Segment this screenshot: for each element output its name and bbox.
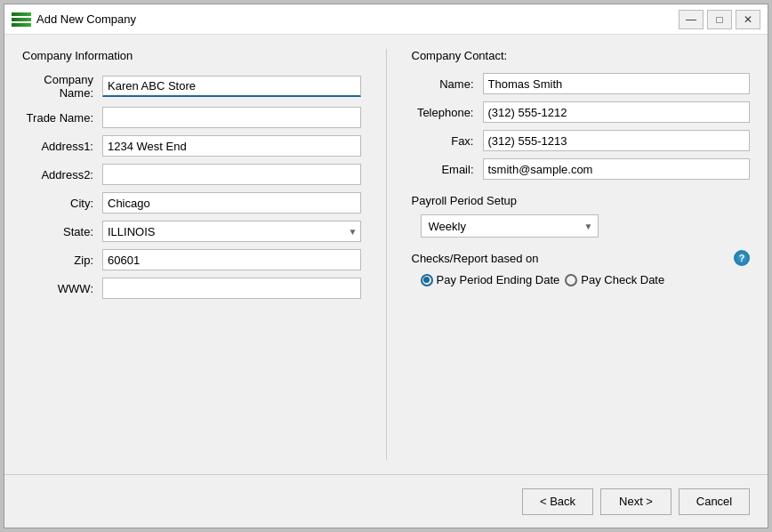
state-select[interactable]: ILLINOIS ALABAMAALASKAARIZONA ARKANSASCA… bbox=[102, 221, 361, 242]
payroll-select-row: Weekly Bi-Weekly Semi-Monthly Monthly ▼ bbox=[412, 214, 751, 238]
email-label: Email: bbox=[412, 163, 483, 176]
address1-input[interactable] bbox=[102, 135, 361, 157]
city-input[interactable] bbox=[102, 192, 361, 214]
fax-label: Fax: bbox=[412, 134, 483, 148]
payroll-period-select[interactable]: Weekly Bi-Weekly Semi-Monthly Monthly bbox=[421, 214, 599, 238]
checks-section: Checks/Report based on ? Pay Period Endi… bbox=[412, 250, 751, 286]
panel-divider bbox=[386, 49, 387, 460]
title-bar: Add New Company — □ ✕ bbox=[4, 4, 768, 35]
maximize-button[interactable]: □ bbox=[707, 10, 732, 29]
footer: < Back Next > Cancel bbox=[4, 474, 768, 528]
address2-input[interactable] bbox=[102, 164, 361, 185]
radio-group: Pay Period Ending Date Pay Check Date bbox=[412, 273, 751, 286]
company-name-label: Company Name: bbox=[22, 73, 102, 100]
help-icon[interactable]: ? bbox=[734, 250, 750, 266]
minimize-button[interactable]: — bbox=[679, 10, 704, 29]
contact-name-row: Name: bbox=[412, 73, 751, 94]
trade-name-label: Trade Name: bbox=[22, 111, 102, 125]
telephone-input[interactable] bbox=[483, 101, 751, 123]
address2-label: Address2: bbox=[22, 168, 102, 181]
contact-title: Company Contact: bbox=[412, 49, 751, 62]
radio-pay-period-circle bbox=[421, 274, 433, 286]
company-info-title: Company Information bbox=[22, 49, 361, 62]
zip-row: Zip: bbox=[22, 249, 361, 270]
content-area: Company Information Company Name: Trade … bbox=[4, 35, 768, 474]
checks-title-text: Checks/Report based on bbox=[412, 252, 539, 265]
close-button[interactable]: ✕ bbox=[736, 10, 760, 29]
state-row: State: ILLINOIS ALABAMAALASKAARIZONA ARK… bbox=[22, 221, 361, 242]
fax-row: Fax: bbox=[412, 130, 751, 151]
address1-label: Address1: bbox=[22, 140, 102, 153]
zip-label: Zip: bbox=[22, 254, 102, 267]
fax-input[interactable] bbox=[483, 130, 751, 151]
radio-pay-check[interactable]: Pay Check Date bbox=[565, 273, 664, 286]
state-select-wrapper: ILLINOIS ALABAMAALASKAARIZONA ARKANSASCA… bbox=[102, 221, 361, 242]
state-label: State: bbox=[22, 225, 102, 238]
contact-name-label: Name: bbox=[412, 77, 483, 91]
email-input[interactable] bbox=[483, 158, 751, 180]
window-title: Add New Company bbox=[36, 12, 679, 26]
city-row: City: bbox=[22, 192, 361, 214]
radio-pay-check-label: Pay Check Date bbox=[581, 273, 664, 286]
www-label: WWW: bbox=[22, 282, 102, 295]
www-row: WWW: bbox=[22, 278, 361, 299]
address1-row: Address1: bbox=[22, 135, 361, 157]
www-input[interactable] bbox=[102, 278, 361, 299]
right-panel: Company Contact: Name: Telephone: Fax: E… bbox=[412, 49, 751, 460]
city-label: City: bbox=[22, 197, 102, 210]
company-name-row: Company Name: bbox=[22, 73, 361, 100]
zip-input[interactable] bbox=[102, 249, 361, 270]
trade-name-row: Trade Name: bbox=[22, 107, 361, 128]
telephone-row: Telephone: bbox=[412, 101, 751, 123]
checks-title: Checks/Report based on ? bbox=[412, 250, 751, 266]
address2-row: Address2: bbox=[22, 164, 361, 185]
payroll-title: Payroll Period Setup bbox=[412, 194, 751, 207]
trade-name-input[interactable] bbox=[102, 107, 361, 128]
payroll-select-wrapper: Weekly Bi-Weekly Semi-Monthly Monthly ▼ bbox=[421, 214, 599, 238]
radio-pay-period-label: Pay Period Ending Date bbox=[437, 273, 560, 286]
contact-name-input[interactable] bbox=[483, 73, 751, 94]
radio-pay-period[interactable]: Pay Period Ending Date bbox=[421, 273, 560, 286]
telephone-label: Telephone: bbox=[412, 106, 483, 119]
email-row: Email: bbox=[412, 158, 751, 180]
next-button[interactable]: Next > bbox=[600, 488, 671, 515]
app-icon bbox=[12, 12, 31, 27]
left-panel: Company Information Company Name: Trade … bbox=[22, 49, 361, 460]
cancel-button[interactable]: Cancel bbox=[679, 488, 750, 515]
main-window: Add New Company — □ ✕ Company Informatio… bbox=[4, 4, 768, 528]
title-controls: — □ ✕ bbox=[679, 10, 760, 29]
payroll-section: Payroll Period Setup Weekly Bi-Weekly Se… bbox=[412, 194, 751, 238]
company-name-input[interactable] bbox=[102, 76, 361, 97]
back-button[interactable]: < Back bbox=[522, 488, 593, 515]
radio-pay-check-circle bbox=[565, 274, 577, 286]
